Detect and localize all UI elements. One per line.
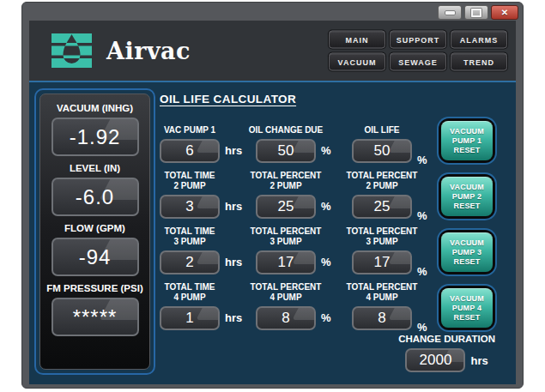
change-duration-input[interactable]: 2000 [405, 348, 465, 372]
cell-total-percent-4-pump: TOTAL PERCENT 4 PUMP 8 % [256, 282, 352, 330]
cell-label: OIL LIFE [352, 125, 412, 136]
flow-gauge: FLOW (GPM) -94 [51, 223, 139, 276]
value-display: 3 [160, 195, 220, 219]
fm-pressure-gauge-display: ***** [51, 298, 139, 336]
value-display: 17 [352, 250, 412, 274]
cell-vac-pump-1-time: VAC PUMP 1 6 hrs [160, 125, 256, 163]
unit-label: % [417, 321, 427, 334]
value-display: 50 [352, 139, 412, 163]
reset-button-column: VACUUM PUMP 1 RESET VACUUM PUMP 2 RESET … [439, 118, 495, 330]
vacuum-pump-4-reset-button[interactable]: VACUUM PUMP 4 RESET [439, 286, 495, 330]
cell-label: TOTAL TIME 2 PUMP [160, 171, 220, 192]
unit-label: % [417, 209, 427, 222]
value-display: 25 [352, 195, 412, 219]
window-titlebar: ✕ [22, 3, 523, 21]
cell-oil-life: OIL LIFE 50 % [352, 125, 448, 163]
station-gauge-panel-inner: VACUUM (INHG) -1.92 LEVEL (IN) -6.0 FLOW… [39, 93, 150, 370]
cell-label: TOTAL PERCENT 2 PUMP [256, 171, 316, 192]
maximize-icon [471, 9, 481, 17]
level-gauge-display: -6.0 [51, 178, 139, 216]
cell-total-percent-3-pump: TOTAL PERCENT 3 PUMP 17 % [256, 226, 352, 274]
fm-pressure-gauge-label: FM PRESSURE (PSI) [46, 283, 142, 293]
level-gauge-label: LEVEL (IN) [70, 163, 120, 173]
nav-trend-button[interactable]: TREND [451, 53, 507, 71]
oil-life-grid: VAC PUMP 1 6 hrs OIL CHANGE DUE [160, 125, 448, 330]
minimize-button[interactable] [438, 5, 462, 20]
unit-label: % [321, 256, 331, 268]
cell-label: TOTAL PERCENT 3 PUMP [352, 226, 412, 248]
unit-label: % [321, 311, 331, 324]
cell-label: TOTAL TIME 4 PUMP [160, 282, 220, 304]
level-gauge-value: -6.0 [76, 185, 114, 209]
cell-label: TOTAL PERCENT 4 PUMP [256, 282, 316, 304]
nav-menu: MAIN SUPPORT ALARMS VACUUM SEWAGE TREND [329, 31, 507, 71]
unit-label: % [321, 144, 331, 157]
vacuum-pump-1-reset-button[interactable]: VACUUM PUMP 1 RESET [439, 118, 495, 163]
station-gauge-panel: VACUUM (INHG) -1.92 LEVEL (IN) -6.0 FLOW… [34, 88, 155, 375]
brand-name: Airvac [106, 38, 191, 64]
cell-total-time-3-pump: TOTAL TIME 3 PUMP 2 hrs [160, 226, 256, 274]
vacuum-pump-3-reset-button[interactable]: VACUUM PUMP 3 RESET [439, 230, 495, 274]
cell-label: TOTAL PERCENT 2 PUMP [352, 171, 412, 192]
cell-label: VAC PUMP 1 [160, 125, 220, 136]
nav-main-button[interactable]: MAIN [329, 31, 385, 49]
maximize-button[interactable] [464, 5, 488, 20]
close-button[interactable]: ✕ [491, 5, 518, 20]
value-display: 17 [256, 250, 316, 274]
cell-total-percent-3-pump-life: TOTAL PERCENT 3 PUMP 17 % [352, 226, 448, 274]
flow-gauge-value: -94 [79, 245, 112, 269]
window-controls: ✕ [438, 5, 518, 20]
value-display: 6 [160, 139, 220, 163]
screen: ✕ Airvac MAIN SUPPORT ALARMS VACUUM SEWA… [0, 0, 545, 392]
fm-pressure-gauge-value: ***** [73, 305, 118, 329]
nav-sewage-button[interactable]: SEWAGE [390, 53, 446, 71]
nav-alarms-button[interactable]: ALARMS [451, 31, 507, 49]
vacuum-gauge-value: -1.92 [70, 125, 121, 149]
unit-label: % [417, 154, 427, 166]
cell-label: TOTAL TIME 3 PUMP [160, 226, 220, 248]
cell-oil-change-due: OIL CHANGE DUE 50 % [256, 125, 352, 163]
cell-total-percent-2-pump-life: TOTAL PERCENT 2 PUMP 25 % [352, 171, 448, 219]
unit-label: hrs [225, 200, 242, 213]
vacuum-pump-2-reset-button[interactable]: VACUUM PUMP 2 RESET [439, 174, 495, 219]
app-header: Airvac MAIN SUPPORT ALARMS VACUUM SEWAGE… [29, 21, 516, 81]
change-duration-unit: hrs [470, 354, 487, 367]
vacuum-gauge-label: VACUUM (INHG) [57, 103, 133, 113]
value-display: 8 [352, 306, 412, 330]
value-display: 1 [160, 306, 220, 330]
close-icon: ✕ [501, 9, 508, 17]
page-title: OIL LIFE CALCULATOR [160, 93, 296, 106]
fm-pressure-gauge: FM PRESSURE (PSI) ***** [46, 283, 142, 336]
minimize-icon [445, 10, 456, 15]
unit-label: hrs [225, 311, 242, 324]
change-duration-label: CHANGE DURATION [398, 334, 495, 344]
nav-vacuum-button[interactable]: VACUUM [329, 53, 385, 71]
value-display: 50 [256, 139, 316, 163]
unit-label: % [417, 265, 427, 278]
value-display: 2 [160, 250, 220, 274]
change-duration-group: CHANGE DURATION 2000 hrs [398, 334, 495, 372]
unit-label: hrs [225, 256, 242, 268]
value-display: 8 [256, 306, 316, 330]
unit-label: % [321, 200, 331, 213]
value-display: 25 [256, 195, 316, 219]
flow-gauge-label: FLOW (GPM) [64, 223, 125, 233]
nav-support-button[interactable]: SUPPORT [390, 31, 446, 49]
flow-gauge-display: -94 [51, 238, 139, 276]
cell-total-time-2-pump: TOTAL TIME 2 PUMP 3 hrs [160, 171, 256, 219]
unit-label: hrs [225, 144, 242, 157]
vacuum-gauge-display: -1.92 [51, 118, 139, 156]
content-area: VACUUM (INHG) -1.92 LEVEL (IN) -6.0 FLOW… [29, 81, 516, 384]
vacuum-gauge: VACUUM (INHG) -1.92 [51, 103, 139, 156]
cell-total-time-4-pump: TOTAL TIME 4 PUMP 1 hrs [160, 282, 256, 330]
cell-label: TOTAL PERCENT 4 PUMP [352, 282, 412, 304]
cell-total-percent-2-pump: TOTAL PERCENT 2 PUMP 25 % [256, 171, 352, 219]
cell-label: TOTAL PERCENT 3 PUMP [256, 226, 316, 248]
cell-label: OIL CHANGE DUE [256, 125, 316, 136]
cell-total-percent-4-pump-life: TOTAL PERCENT 4 PUMP 8 % [352, 282, 448, 330]
app-window: ✕ Airvac MAIN SUPPORT ALARMS VACUUM SEWA… [21, 2, 524, 389]
level-gauge: LEVEL (IN) -6.0 [51, 163, 139, 216]
airvac-logo-icon [51, 33, 92, 68]
